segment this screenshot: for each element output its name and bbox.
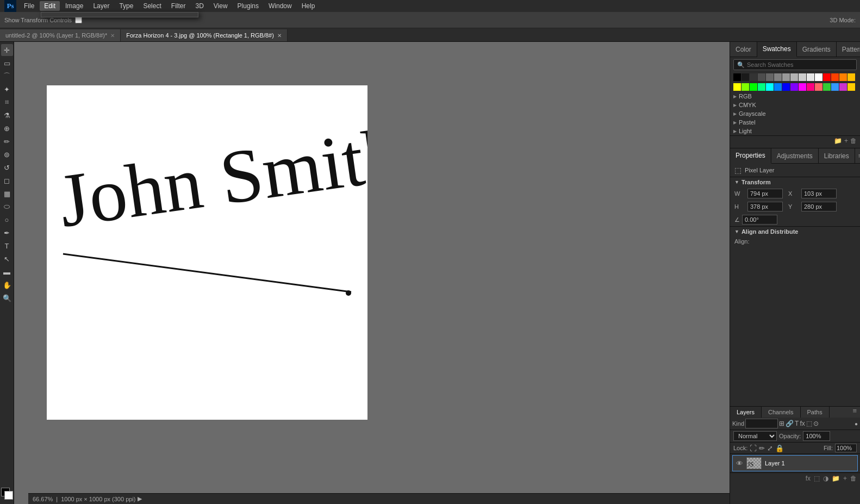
background-color[interactable] — [4, 491, 13, 500]
height-input[interactable] — [747, 202, 783, 211]
tool-eyedropper[interactable]: ⚗ — [1, 109, 13, 121]
swatch[interactable] — [823, 73, 831, 81]
swatch[interactable] — [774, 83, 782, 91]
add-mask-btn[interactable]: ⬚ — [814, 475, 820, 482]
menu-filter[interactable]: Filter — [167, 1, 190, 11]
swatch[interactable] — [733, 73, 741, 81]
tool-marquee[interactable]: ▭ — [1, 57, 13, 69]
swatch[interactable] — [790, 73, 798, 81]
color-group-light[interactable]: ▶ Light — [730, 127, 860, 135]
menu-type[interactable]: Type — [115, 1, 138, 11]
swatch[interactable] — [823, 83, 831, 91]
delete-layer-btn[interactable]: 🗑 — [850, 475, 857, 482]
swatch[interactable] — [758, 73, 765, 81]
tool-path-select[interactable]: ↖ — [1, 253, 13, 265]
transform-header[interactable]: ▼ Transform — [730, 177, 860, 187]
tab-close-untitled2[interactable]: ✕ — [110, 33, 115, 39]
swatch[interactable] — [799, 83, 806, 91]
layers-menu-btn[interactable]: ≡ — [849, 407, 860, 418]
new-group-icon[interactable]: 📁 — [834, 137, 842, 145]
swatch[interactable] — [799, 73, 806, 81]
swatches-search-input[interactable] — [747, 61, 853, 68]
tool-pen[interactable]: ✒ — [1, 227, 13, 239]
kind-input[interactable] — [745, 419, 778, 428]
tool-gradient[interactable]: ▦ — [1, 188, 13, 200]
tool-brush[interactable]: ✏ — [1, 135, 13, 147]
tool-history[interactable]: ↺ — [1, 161, 13, 173]
opacity-input[interactable] — [803, 431, 830, 441]
blend-mode-select[interactable]: Normal — [733, 431, 777, 441]
tool-blur[interactable]: ⬭ — [1, 201, 13, 213]
swatch[interactable] — [782, 83, 790, 91]
layer-clipping-icon[interactable]: ⊙ — [813, 420, 819, 427]
tab-adjustments[interactable]: Adjustments — [771, 148, 819, 164]
tool-dodge[interactable]: ○ — [1, 214, 13, 226]
swatch[interactable] — [758, 83, 765, 91]
tab-forza[interactable]: Forza Horizon 4 - 3.jpg @ 100% (Rectangl… — [121, 29, 288, 41]
swatch[interactable] — [741, 83, 749, 91]
new-fill-btn[interactable]: ◑ — [823, 475, 828, 482]
tab-color[interactable]: Color — [730, 42, 757, 57]
swatch[interactable] — [750, 73, 757, 81]
x-input[interactable] — [801, 189, 837, 198]
tool-zoom[interactable]: 🔍 — [1, 292, 13, 304]
swatch[interactable] — [774, 73, 782, 81]
layer-type-icon[interactable]: T — [795, 420, 799, 427]
lock-pixel-icon[interactable]: ✏ — [759, 444, 765, 452]
swatch[interactable] — [839, 73, 847, 81]
color-group-rgb[interactable]: ▶ RGB — [730, 92, 860, 101]
y-input[interactable] — [801, 202, 837, 211]
tab-libraries[interactable]: Libraries — [819, 148, 855, 164]
tab-swatches[interactable]: Swatches — [757, 42, 797, 57]
swatch[interactable] — [766, 73, 774, 81]
menu-edit[interactable]: Edit — [40, 1, 60, 11]
layer-1-item[interactable]: 👁 JS Layer 1 — [732, 455, 858, 471]
new-layer-btn[interactable]: + — [843, 475, 847, 482]
swatch[interactable] — [790, 83, 798, 91]
tool-crop[interactable]: ⌗ — [1, 96, 13, 108]
menu-window[interactable]: Window — [264, 1, 296, 11]
swatch[interactable] — [782, 73, 790, 81]
menu-3d[interactable]: 3D — [191, 1, 208, 11]
tab-gradients[interactable]: Gradients — [797, 42, 837, 57]
menu-image[interactable]: Image — [61, 1, 88, 11]
menu-select[interactable]: Select — [139, 1, 165, 11]
swatch[interactable] — [750, 83, 757, 91]
swatch[interactable] — [807, 83, 814, 91]
layer-link-icon[interactable]: 🔗 — [786, 420, 794, 427]
menu-view[interactable]: View — [209, 1, 232, 11]
color-group-cmyk[interactable]: ▶ CMYK — [730, 101, 860, 109]
lock-all-icon[interactable]: 🔒 — [775, 444, 784, 452]
layer-visibility-icon[interactable]: 👁 — [736, 459, 743, 468]
fg-bg-colors[interactable] — [1, 488, 13, 500]
delete-swatch-icon[interactable]: 🗑 — [850, 137, 857, 145]
color-group-grayscale[interactable]: ▶ Grayscale — [730, 109, 860, 118]
swatch[interactable] — [741, 73, 749, 81]
swatch[interactable] — [766, 83, 774, 91]
tool-spot-heal[interactable]: ⊕ — [1, 122, 13, 134]
menu-file[interactable]: File — [20, 1, 39, 11]
tab-paths[interactable]: Paths — [801, 407, 830, 418]
tab-untitled2[interactable]: untitled-2 @ 100% (Layer 1, RGB/8#)* ✕ — [0, 29, 121, 41]
swatch[interactable] — [847, 83, 855, 91]
tool-clone[interactable]: ⊚ — [1, 148, 13, 160]
tab-properties[interactable]: Properties — [730, 148, 771, 164]
fill-input[interactable] — [835, 444, 857, 452]
new-group-layers-btn[interactable]: 📁 — [832, 475, 840, 482]
swatch[interactable] — [815, 73, 822, 81]
new-swatch-icon[interactable]: + — [844, 137, 848, 145]
swatch[interactable] — [815, 83, 822, 91]
width-input[interactable] — [747, 189, 783, 198]
tool-eraser[interactable]: ◻ — [1, 175, 13, 186]
new-layer-icon[interactable]: ⊞ — [779, 420, 784, 427]
swatch[interactable] — [847, 73, 855, 81]
tool-move[interactable]: ✛ — [1, 44, 13, 56]
tab-patterns[interactable]: Patterns — [837, 42, 860, 57]
tab-channels[interactable]: Channels — [762, 407, 800, 418]
menu-plugins[interactable]: Plugins — [233, 1, 263, 11]
align-header[interactable]: ▼ Align and Distribute — [730, 227, 860, 237]
color-group-pastel[interactable]: ▶ Pastel — [730, 118, 860, 127]
menu-layer[interactable]: Layer — [89, 1, 114, 11]
layer-record-btn[interactable]: ● — [855, 421, 858, 427]
swatch[interactable] — [733, 83, 741, 91]
